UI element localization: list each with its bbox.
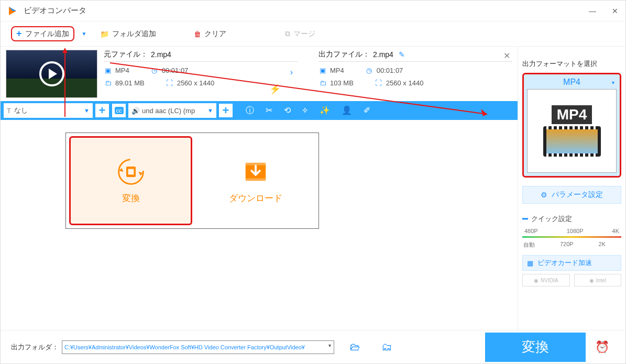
rename-icon[interactable]: ✎: [399, 50, 405, 59]
remove-item-button[interactable]: ✕: [503, 51, 510, 61]
speaker-icon: 🔊: [131, 107, 140, 115]
quality-top-labels: 480P1080P4K: [522, 228, 621, 234]
clock-icon: ◷: [365, 66, 374, 74]
merge-button[interactable]: ⧉ マージ: [282, 27, 319, 41]
format-label: MP4: [526, 76, 618, 88]
trim-button[interactable]: ✂: [266, 105, 272, 116]
main-toolbar: + ファイル追加 ▼ 📁 フォルダ追加 🗑 クリア ⧉ マージ: [1, 21, 625, 47]
format-preview: MP4: [527, 89, 617, 173]
mode-cards: 変換 ダウンロード: [65, 133, 319, 229]
chip-icon: ▦: [527, 259, 533, 267]
info-button[interactable]: ⓘ: [246, 105, 254, 116]
convert-icon: [117, 158, 145, 186]
folder-icon: 🗀: [104, 79, 112, 87]
clear-button[interactable]: 🗑 クリア: [191, 27, 229, 41]
close-button[interactable]: ✕: [612, 7, 619, 15]
bottom-bar: 出力フォルダ： 🗁 🗂 変換 ⏰: [1, 330, 625, 363]
output-format-title: 出力フォーマットを選択: [522, 59, 621, 69]
dash-icon: ━: [522, 213, 528, 225]
nvidia-badge: ◉NVIDIA: [522, 274, 570, 286]
quick-settings-title: ━ クイック設定: [522, 213, 621, 225]
folder-plus-icon: 📁: [100, 30, 109, 38]
effects-button[interactable]: ✨: [320, 105, 330, 116]
video-thumbnail[interactable]: [6, 50, 97, 98]
convert-card[interactable]: 変換: [69, 136, 192, 225]
gpu-accel-button[interactable]: ▦ ビデオカード加速: [522, 255, 621, 271]
format-icon: ▣: [319, 66, 327, 74]
parameter-settings-button[interactable]: ⚙ パラメータ設定: [522, 186, 621, 204]
minimize-button[interactable]: —: [589, 7, 596, 15]
audio-track-select[interactable]: 🔊 und aac (LC) (mp ▼: [128, 103, 216, 118]
play-icon: [39, 61, 64, 86]
lightning-icon: ⚡: [269, 83, 281, 95]
edit-button[interactable]: ✐: [364, 105, 370, 116]
quality-slider[interactable]: [522, 236, 621, 238]
text-icon: T: [7, 107, 11, 115]
edit-bar: T なし ▼ + cc 🔊 und aac (LC) (mp ▼ + ⓘ ✂ ⟲…: [1, 101, 518, 120]
resolution-icon: ⛶: [375, 79, 383, 87]
intel-icon: ◉: [589, 278, 594, 283]
watermark-button[interactable]: 👤: [342, 105, 352, 116]
add-audio-button[interactable]: +: [218, 103, 233, 118]
cc-button[interactable]: cc: [112, 103, 126, 118]
format-selector[interactable]: MP4 MP4: [522, 73, 621, 178]
merge-icon: ⧉: [285, 29, 290, 38]
arrow-right-icon: ›: [290, 68, 293, 77]
browse-output-button[interactable]: 🗂: [381, 341, 392, 353]
crop-button[interactable]: ⟡: [302, 105, 308, 116]
resolution-icon: ⛶: [166, 79, 174, 87]
intel-badge: ◉Intel: [574, 274, 622, 286]
output-folder-input[interactable]: [62, 340, 334, 354]
convert-button[interactable]: 変換: [485, 333, 586, 362]
output-folder-label: 出力フォルダ：: [11, 343, 59, 352]
clock-icon: ◷: [150, 66, 159, 74]
titlebar: ビデオコンバータ — ✕: [1, 1, 625, 21]
download-card[interactable]: ダウンロード: [195, 136, 315, 225]
sliders-icon: ⚙: [541, 191, 547, 199]
filmstrip-icon: [543, 126, 601, 157]
scheduler-button[interactable]: ⏰: [589, 340, 615, 354]
app-logo: [7, 5, 18, 17]
quality-bottom-labels: 自動720P2K: [522, 241, 621, 249]
add-file-button[interactable]: + ファイル追加: [11, 26, 74, 41]
open-folder-button[interactable]: 🗁: [350, 341, 360, 353]
add-subtitle-button[interactable]: +: [95, 103, 109, 118]
format-icon: ▣: [104, 66, 112, 74]
subtitle-select[interactable]: T なし ▼: [4, 103, 93, 118]
svg-rect-2: [128, 169, 134, 174]
trash-icon: 🗑: [194, 30, 201, 38]
download-icon: [241, 158, 270, 186]
svg-rect-5: [245, 178, 266, 181]
nvidia-icon: ◉: [534, 278, 539, 283]
folder-icon: 🗀: [319, 79, 327, 87]
file-item: 元ファイル：2.mp4 ▣MP4 ◷00:01:07 🗀89.01 MB ⛶25…: [1, 47, 518, 98]
plus-icon: +: [16, 28, 22, 39]
add-folder-button[interactable]: 📁 フォルダ追加: [97, 27, 159, 41]
app-title: ビデオコンバータ: [24, 6, 86, 16]
rotate-button[interactable]: ⟲: [284, 105, 291, 116]
add-file-dropdown[interactable]: ▼: [82, 31, 87, 37]
